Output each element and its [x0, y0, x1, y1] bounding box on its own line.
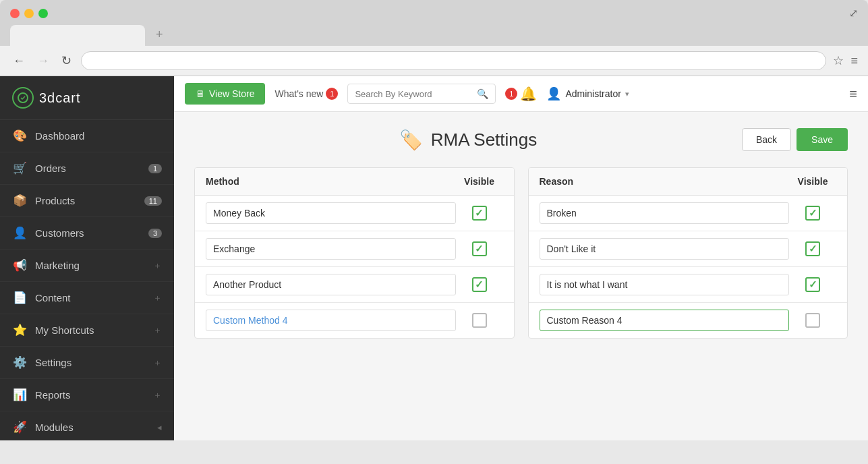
reason-check-3[interactable]: [789, 277, 836, 292]
view-store-button[interactable]: 🖥 View Store: [185, 83, 265, 105]
page-title: RMA Settings: [431, 129, 538, 150]
checkbox-icon[interactable]: [472, 277, 487, 292]
sidebar-item-settings[interactable]: ⚙️ Settings ＋: [0, 347, 174, 379]
checkbox-icon[interactable]: [805, 206, 820, 221]
sidebar-logo: 3dcart: [0, 76, 174, 120]
reason-check-2[interactable]: [789, 241, 836, 256]
rma-settings-icon: 🏷️: [399, 129, 423, 151]
orders-badge: 1: [148, 164, 162, 173]
reason-check-4[interactable]: [789, 313, 836, 328]
checkbox-icon[interactable]: [805, 313, 820, 328]
view-store-label: View Store: [209, 88, 254, 99]
rma-tables: Method Visible: [194, 167, 848, 339]
browser-tab[interactable]: [10, 25, 145, 46]
app-container: 3dcart 🎨 Dashboard 🛒 Orders 1 📦 Products…: [0, 76, 868, 440]
sidebar-item-dashboard[interactable]: 🎨 Dashboard: [0, 120, 174, 152]
dot-red: [10, 9, 20, 18]
user-name-label: Administrator: [565, 88, 620, 99]
whats-new-badge: 1: [326, 88, 338, 100]
method-table: Method Visible: [194, 167, 515, 339]
method-col-visible: Visible: [456, 176, 503, 187]
method-row-2: [195, 231, 514, 267]
browser-menu-button[interactable]: ≡: [850, 54, 858, 68]
sidebar-item-marketing[interactable]: 📢 Marketing ＋: [0, 250, 174, 282]
modules-icon: 🚀: [12, 420, 27, 434]
search-input[interactable]: [355, 89, 473, 99]
browser-toolbar: ← → ↻ ☆ ≡: [0, 46, 868, 76]
method-input-1[interactable]: [206, 202, 456, 224]
checkbox-icon[interactable]: [472, 241, 487, 256]
reason-check-1[interactable]: [789, 206, 836, 221]
forward-nav-button[interactable]: →: [34, 53, 52, 69]
sidebar-item-customers[interactable]: 👤 Customers 3: [0, 217, 174, 250]
method-input-2[interactable]: [206, 238, 456, 260]
reports-icon: 📊: [12, 388, 27, 402]
reason-table: Reason Visible: [528, 167, 848, 339]
browser-chrome: ⤢ +: [0, 0, 868, 46]
settings-expand-icon: ＋: [153, 357, 162, 369]
sidebar-item-label: Products: [35, 195, 136, 206]
star-button[interactable]: ☆: [833, 53, 844, 68]
content-expand-icon: ＋: [153, 292, 162, 304]
notification-area[interactable]: 1 🔔: [505, 86, 537, 102]
reason-input-3[interactable]: [540, 274, 790, 295]
marketing-expand-icon: ＋: [153, 260, 162, 272]
search-icon: 🔍: [477, 88, 488, 99]
sidebar-item-content[interactable]: 📄 Content ＋: [0, 282, 174, 314]
topbar-menu-button[interactable]: ≡: [849, 86, 857, 102]
sidebar-item-modules[interactable]: 🚀 Modules ◂: [0, 411, 174, 440]
reports-expand-icon: ＋: [153, 389, 162, 401]
logo-icon: [12, 87, 34, 109]
sidebar-item-label: Marketing: [35, 260, 145, 271]
expand-icon[interactable]: ⤢: [849, 7, 858, 20]
checkbox-icon[interactable]: [472, 206, 487, 221]
notification-badge: 1: [505, 88, 517, 100]
user-area[interactable]: 👤 Administrator ▾: [546, 86, 629, 101]
back-button[interactable]: Back: [742, 128, 791, 151]
method-check-3[interactable]: [456, 277, 503, 292]
sidebar-item-label: Settings: [35, 357, 145, 368]
header-actions: Back Save: [742, 128, 848, 151]
page-content: 🏷️ RMA Settings Back Save Method Visible: [174, 112, 868, 440]
reason-input-4[interactable]: [540, 310, 790, 331]
user-dropdown-icon: ▾: [625, 90, 629, 98]
new-tab-button[interactable]: +: [146, 25, 173, 45]
method-check-1[interactable]: [456, 206, 503, 221]
method-input-4[interactable]: [206, 310, 456, 331]
sidebar-item-label: Dashboard: [35, 130, 162, 142]
checkbox-icon[interactable]: [805, 277, 820, 292]
sidebar-item-label: My Shortcuts: [35, 324, 145, 336]
sidebar-item-products[interactable]: 📦 Products 11: [0, 185, 174, 217]
browser-dots: ⤢: [10, 7, 858, 20]
reason-table-header: Reason Visible: [529, 168, 848, 196]
settings-icon: ⚙️: [12, 355, 27, 370]
address-bar[interactable]: [81, 51, 826, 70]
logo-text: 3dcart: [39, 90, 81, 106]
method-col-name: Method: [206, 176, 456, 187]
method-row-4: [195, 303, 514, 338]
monitor-icon: 🖥: [196, 88, 205, 99]
checkbox-icon[interactable]: [805, 241, 820, 256]
sidebar-item-reports[interactable]: 📊 Reports ＋: [0, 379, 174, 411]
method-input-3[interactable]: [206, 274, 456, 295]
whats-new-area[interactable]: What's new 1: [274, 88, 338, 100]
reason-input-2[interactable]: [540, 238, 790, 260]
method-check-4[interactable]: [456, 313, 503, 328]
reason-row-1: [529, 196, 848, 231]
products-icon: 📦: [12, 194, 27, 208]
dot-yellow: [24, 9, 34, 18]
reason-input-1[interactable]: [540, 202, 790, 224]
bell-icon: 🔔: [520, 86, 537, 102]
refresh-nav-button[interactable]: ↻: [59, 52, 74, 69]
content-icon: 📄: [12, 291, 27, 305]
method-check-2[interactable]: [456, 241, 503, 256]
sidebar-item-my-shortcuts[interactable]: ⭐ My Shortcuts ＋: [0, 314, 174, 347]
save-button[interactable]: Save: [797, 128, 848, 151]
method-row-1: [195, 196, 514, 231]
sidebar-item-orders[interactable]: 🛒 Orders 1: [0, 152, 174, 185]
sidebar-item-label: Reports: [35, 389, 145, 401]
back-nav-button[interactable]: ←: [10, 53, 28, 69]
method-table-header: Method Visible: [195, 168, 514, 196]
checkbox-icon[interactable]: [472, 313, 487, 328]
sidebar: 3dcart 🎨 Dashboard 🛒 Orders 1 📦 Products…: [0, 76, 174, 440]
